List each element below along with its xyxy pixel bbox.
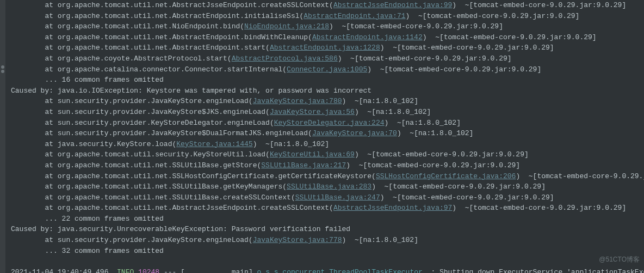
source-link[interactable]: AbstractEndpoint.java:71 bbox=[304, 12, 405, 20]
source-link[interactable]: Connector.java:1005 bbox=[287, 65, 367, 74]
stack-frame: at org.apache.tomcat.util.net.AbstractJs… bbox=[11, 203, 644, 214]
frame-text: at sun.security.provider.JavaKeyStore$JK… bbox=[11, 108, 270, 116]
source-link[interactable]: SSLHostConfigCertificate.java:206 bbox=[376, 172, 516, 180]
source-link[interactable]: SSLUtilBase.java:283 bbox=[287, 183, 371, 191]
frame-text: at org.apache.tomcat.util.net.SSLUtilBas… bbox=[11, 161, 261, 169]
frame-text: at sun.security.provider.JavaKeyStore.en… bbox=[11, 97, 253, 105]
stack-frame: at org.apache.tomcat.util.security.KeySt… bbox=[11, 149, 644, 160]
frame-text: at org.apache.tomcat.util.net.SSLUtilBas… bbox=[11, 183, 287, 191]
frame-text: at java.security.KeyStore.load( bbox=[11, 140, 176, 148]
frame-suffix: ) ~[tomcat-embed-core-9.0.29.jar:9.0.29] bbox=[329, 22, 503, 31]
stack-frame: at sun.security.provider.JavaKeyStore$JK… bbox=[11, 107, 644, 118]
watermark: @51CTO博客 bbox=[599, 254, 640, 265]
frame-suffix: ) ~[tomcat-embed-core-9.0.29.jar:9.0.29] bbox=[423, 33, 597, 41]
frame-text: at sun.security.provider.JavaKeyStore.en… bbox=[11, 236, 253, 244]
frame-text: at org.apache.coyote.AbstractProtocol.st… bbox=[11, 54, 232, 63]
stack-frame: at org.apache.tomcat.util.net.SSLUtilBas… bbox=[11, 192, 644, 203]
frame-suffix: ) ~[na:1.8.0_102] bbox=[253, 140, 329, 148]
stack-frame: at java.security.KeyStore.load(KeyStore.… bbox=[11, 139, 644, 150]
gutter bbox=[0, 0, 5, 273]
stack-frame: at org.apache.tomcat.util.net.SSLUtilBas… bbox=[11, 160, 644, 171]
source-link[interactable]: KeyStore.java:1445 bbox=[176, 140, 252, 148]
source-link[interactable]: KeyStoreDelegator.java:224 bbox=[274, 119, 385, 127]
frame-suffix: ) ~[tomcat-embed-core-9.0.29.jar:9.0.29] bbox=[346, 161, 520, 169]
source-link[interactable]: JavaKeyStore.java:70 bbox=[312, 129, 397, 137]
caused-by: Caused by: java.io.IOException: Keystore… bbox=[11, 86, 644, 96]
frame-text: at org.apache.tomcat.util.net.AbstractJs… bbox=[11, 204, 333, 212]
source-link[interactable]: JavaKeyStore.java:778 bbox=[253, 236, 342, 244]
frame-suffix: ) ~[tomcat-embed-core-9.0.29.jar:9.0.29] bbox=[516, 172, 644, 180]
stack-frame: at org.apache.tomcat.util.net.AbstractEn… bbox=[11, 32, 644, 43]
frame-suffix: ) ~[na:1.8.0_102] bbox=[397, 129, 473, 137]
frame-suffix: ) ~[na:1.8.0_102] bbox=[342, 97, 418, 105]
source-link[interactable]: JavaKeyStore.java:780 bbox=[253, 97, 342, 105]
frame-suffix: ) ~[tomcat-embed-core-9.0.29.jar:9.0.29] bbox=[406, 12, 580, 20]
timestamp: 2021-11-04 19:40:49.496 bbox=[11, 268, 108, 273]
log-message: : Shutting down ExecutorService 'applica… bbox=[423, 268, 644, 273]
frame-text: at org.apache.tomcat.util.net.NioEndpoin… bbox=[11, 22, 244, 31]
thread: main] bbox=[185, 268, 257, 273]
stack-frame: at org.apache.tomcat.util.net.SSLHostCon… bbox=[11, 171, 644, 182]
source-link[interactable]: AbstractProtocol.java:586 bbox=[232, 54, 338, 63]
frame-text: at sun.security.provider.JavaKeyStore$Du… bbox=[11, 129, 312, 137]
frame-suffix: ) ~[tomcat-embed-core-9.0.29.jar:9.0.29] bbox=[452, 204, 626, 212]
frame-suffix: ) ~[tomcat-embed-core-9.0.29.jar:9.0.29] bbox=[371, 183, 546, 191]
logger-name[interactable]: o.s.s.concurrent.ThreadPoolTaskExecutor bbox=[257, 268, 423, 273]
frame-suffix: ) ~[na:1.8.0_102] bbox=[385, 119, 461, 127]
source-link[interactable]: NioEndpoint.java:218 bbox=[244, 22, 329, 31]
pid: 10248 bbox=[138, 268, 159, 273]
source-link[interactable]: KeyStoreUtil.java:69 bbox=[270, 150, 355, 159]
stack-frame: at org.apache.tomcat.util.net.AbstractJs… bbox=[11, 0, 644, 11]
frame-text: at org.apache.catalina.connector.Connect… bbox=[11, 65, 287, 74]
source-link[interactable]: SSLUtilBase.java:217 bbox=[261, 161, 346, 169]
frame-suffix: ) ~[tomcat-embed-core-9.0.29.jar:9.0.29] bbox=[380, 44, 554, 52]
frame-text: at org.apache.tomcat.util.net.AbstractJs… bbox=[11, 1, 333, 9]
frames-omitted: ... 22 common frames omitted bbox=[11, 214, 644, 225]
stack-frame: at sun.security.provider.JavaKeyStore$Du… bbox=[11, 128, 644, 139]
source-link[interactable]: AbstractEndpoint.java:1142 bbox=[312, 33, 423, 41]
separator: --- [ bbox=[159, 268, 185, 273]
frame-text: at org.apache.tomcat.util.net.AbstractEn… bbox=[11, 44, 270, 52]
frame-text: at org.apache.tomcat.util.net.AbstractEn… bbox=[11, 12, 304, 20]
frame-suffix: ) ~[tomcat-embed-core-9.0.29.jar:9.0.29] bbox=[380, 193, 554, 202]
frame-suffix: ) ~[tomcat-embed-core-9.0.29.jar:9.0.29] bbox=[338, 54, 512, 63]
stack-frame: at sun.security.provider.JavaKeyStore.en… bbox=[11, 235, 644, 246]
frame-text: at org.apache.tomcat.util.net.SSLHostCon… bbox=[11, 172, 376, 180]
stack-frame: at org.apache.tomcat.util.net.AbstractEn… bbox=[11, 43, 644, 53]
frames-omitted: ... 32 common frames omitted bbox=[11, 246, 644, 257]
source-link[interactable]: AbstractJsseEndpoint.java:99 bbox=[333, 1, 452, 9]
stack-frame: at org.apache.catalina.connector.Connect… bbox=[11, 64, 644, 75]
frame-text: at org.apache.tomcat.util.net.SSLUtilBas… bbox=[11, 193, 295, 202]
stack-frame: at org.apache.tomcat.util.net.SSLUtilBas… bbox=[11, 181, 644, 192]
frame-suffix: ) ~[tomcat-embed-core-9.0.29.jar:9.0.29] bbox=[355, 150, 529, 159]
frame-suffix: ) ~[tomcat-embed-core-9.0.29.jar:9.0.29] bbox=[452, 1, 626, 9]
terminal-output: at org.apache.tomcat.util.net.AbstractJs… bbox=[0, 0, 644, 273]
frame-suffix: ) ~[na:1.8.0_102] bbox=[342, 236, 418, 244]
frame-suffix: ) ~[tomcat-embed-core-9.0.29.jar:9.0.29] bbox=[367, 65, 541, 74]
log-line: 2021-11-04 19:40:49.496 INFO 10248 --- [… bbox=[11, 267, 644, 273]
source-link[interactable]: AbstractJsseEndpoint.java:97 bbox=[333, 204, 452, 212]
source-link[interactable]: SSLUtilBase.java:247 bbox=[295, 193, 380, 202]
log-level: INFO bbox=[117, 268, 134, 273]
source-link[interactable]: AbstractEndpoint.java:1228 bbox=[270, 44, 380, 52]
frames-omitted: ... 16 common frames omitted bbox=[11, 75, 644, 86]
frame-text: at sun.security.provider.KeyStoreDelegat… bbox=[11, 119, 274, 127]
stack-frame: at sun.security.provider.KeyStoreDelegat… bbox=[11, 118, 644, 129]
stack-frame: at org.apache.coyote.AbstractProtocol.st… bbox=[11, 53, 644, 64]
source-link[interactable]: JavaKeyStore.java:56 bbox=[270, 108, 355, 116]
stack-frame: at sun.security.provider.JavaKeyStore.en… bbox=[11, 96, 644, 107]
stack-frame: at org.apache.tomcat.util.net.AbstractEn… bbox=[11, 11, 644, 22]
frame-text: at org.apache.tomcat.util.security.KeySt… bbox=[11, 150, 270, 159]
frame-text: at org.apache.tomcat.util.net.AbstractEn… bbox=[11, 33, 312, 41]
caused-by: Caused by: java.security.UnrecoverableKe… bbox=[11, 224, 644, 235]
stack-frame: at org.apache.tomcat.util.net.NioEndpoin… bbox=[11, 21, 644, 32]
frame-suffix: ) ~[na:1.8.0_102] bbox=[355, 108, 431, 116]
